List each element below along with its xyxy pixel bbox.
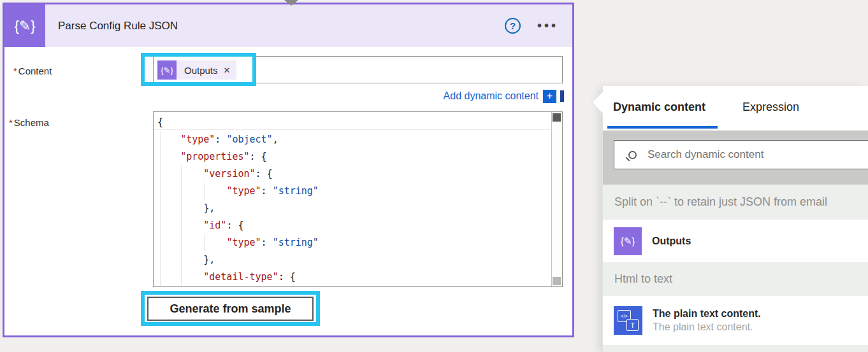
next-section-edge	[603, 345, 868, 352]
annotation-highlight-button	[141, 291, 320, 326]
action-card-header[interactable]: {✎} Parse Config Rule JSON ? •••	[4, 4, 572, 47]
item-subtitle: The plain text content.	[653, 321, 761, 333]
schema-code-line: "detail-type": {	[157, 269, 551, 286]
content-field-label: *Content	[13, 66, 52, 76]
item-title: Outputs	[652, 236, 691, 247]
flyout-edge-bar	[560, 90, 564, 102]
editor-scrollbar[interactable]	[551, 112, 562, 286]
schema-code[interactable]: { "type": "object", "properties": { "ver…	[154, 114, 551, 286]
scrollbar-down-button[interactable]	[553, 277, 561, 285]
dynamic-content-item-outputs[interactable]: {✎} Outputs	[603, 220, 868, 262]
item-title: The plain text content.	[653, 308, 761, 320]
schema-code-line: "version": {	[157, 165, 551, 183]
search-placeholder: Search dynamic content	[647, 148, 763, 161]
schema-code-line: },	[157, 200, 551, 217]
schema-field-label: *Schema	[9, 117, 49, 128]
action-title: Parse Config Rule JSON	[58, 20, 505, 32]
schema-editor[interactable]: { "type": "object", "properties": { "ver…	[153, 111, 563, 287]
search-icon	[628, 151, 637, 159]
tab-dynamic-content[interactable]: Dynamic content	[613, 101, 705, 114]
parse-json-icon: {✎}	[614, 227, 642, 255]
add-dynamic-content-link[interactable]: Add dynamic content	[444, 90, 539, 102]
text-glyph: T	[626, 319, 639, 331]
schema-code-line: {	[157, 114, 551, 131]
html-to-text-icon: </> T	[614, 306, 642, 335]
dynamic-content-item-plain-text[interactable]: </> T The plain text content. The plain …	[603, 296, 868, 345]
help-icon[interactable]: ?	[505, 18, 521, 34]
scrollbar-thumb[interactable]	[553, 113, 561, 122]
panel-tabs: Dynamic content Expression	[603, 86, 868, 130]
power-automate-designer: {✎} Parse Config Rule JSON ? ••• *Conten…	[0, 0, 868, 352]
required-marker: *	[13, 66, 17, 76]
parse-json-icon: {✎}	[4, 4, 45, 47]
section-header-split-on: Split on `--` to retain just JSON from e…	[603, 185, 868, 220]
schema-code-line: "type": "object",	[157, 131, 551, 148]
active-tab-indicator	[607, 126, 718, 129]
add-dynamic-content-plus-icon[interactable]: +	[543, 90, 556, 103]
dynamic-content-panel: Dynamic content Expression Search dynami…	[602, 86, 868, 352]
required-marker: *	[9, 117, 13, 128]
schema-code-line: "type": "string"	[157, 234, 551, 251]
annotation-highlight-token	[141, 53, 256, 86]
dynamic-content-search[interactable]: Search dynamic content	[614, 140, 868, 169]
connector-arrow-icon	[284, 0, 298, 6]
search-zone: Search dynamic content	[603, 130, 868, 185]
schema-code-line: "id": {	[157, 217, 551, 234]
schema-code-line: },	[157, 251, 551, 269]
menu-ellipsis-icon[interactable]: •••	[537, 18, 558, 33]
schema-code-line: "properties": {	[157, 148, 551, 165]
section-header-html-to-text: Html to text	[603, 262, 868, 296]
tab-expression[interactable]: Expression	[742, 101, 799, 114]
schema-code-line: "type": "string"	[157, 183, 551, 200]
